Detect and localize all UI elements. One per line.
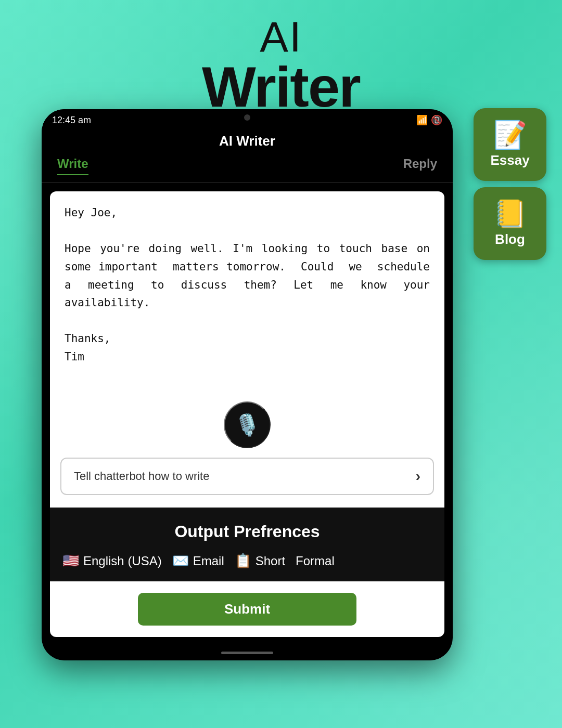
chatterbot-section: Tell chatterbot how to write › — [50, 458, 444, 508]
feature-buttons: 📝 Essay 📒 Blog — [474, 108, 546, 260]
signal-icon: 📵 — [431, 114, 442, 126]
chatterbot-input[interactable]: Tell chatterbot how to write › — [60, 458, 434, 495]
chatterbot-arrow-icon: › — [416, 468, 420, 485]
pref-type[interactable]: ✉️ Email — [172, 553, 224, 569]
tab-reply[interactable]: Reply — [403, 157, 437, 175]
blog-label: Blog — [495, 231, 525, 248]
essay-icon: 📝 — [493, 121, 527, 148]
tab-write[interactable]: Write — [57, 157, 88, 175]
length-label: Short — [256, 554, 285, 568]
language-icon: 🇺🇸 — [62, 553, 79, 569]
app-header-title: AI Writer — [219, 133, 275, 149]
submit-section: Submit — [50, 581, 444, 637]
tone-label: Formal — [296, 554, 335, 568]
pref-length[interactable]: 📋 Short — [235, 553, 285, 569]
length-icon: 📋 — [235, 553, 251, 569]
app-title-writer: Writer — [0, 58, 562, 115]
output-title: Output Prefrences — [62, 522, 432, 541]
prefs-row: 🇺🇸 English (USA) ✉️ Email 📋 Short Formal — [62, 553, 432, 569]
chatterbot-placeholder: Tell chatterbot how to write — [74, 470, 209, 483]
tablet-frame: 12:45 am 📶 📵 AI Writer Write Reply Hey J… — [42, 109, 453, 660]
blog-button[interactable]: 📒 Blog — [474, 187, 546, 260]
output-preferences: Output Prefrences 🇺🇸 English (USA) ✉️ Em… — [50, 508, 444, 581]
home-indicator — [221, 652, 273, 654]
pref-language[interactable]: 🇺🇸 English (USA) — [62, 553, 162, 569]
app-title-ai: AI — [0, 16, 562, 58]
mic-button[interactable]: 🎙️ — [224, 401, 271, 448]
tablet-screen: 12:45 am 📶 📵 AI Writer Write Reply Hey J… — [42, 109, 453, 660]
email-text: Hey Joe, Hope you're doing well. I'm loo… — [65, 204, 430, 366]
app-header: AI Writer — [42, 129, 453, 157]
email-type-icon: ✉️ — [172, 553, 189, 569]
essay-label: Essay — [490, 152, 529, 168]
title-area: AI Writer — [0, 16, 562, 115]
email-type-label: Email — [193, 554, 224, 568]
blog-icon: 📒 — [493, 200, 527, 227]
essay-button[interactable]: 📝 Essay — [474, 108, 546, 181]
status-time: 12:45 am — [52, 115, 91, 126]
tab-bar: Write Reply — [42, 157, 453, 183]
status-icons: 📶 📵 — [416, 114, 442, 126]
submit-button[interactable]: Submit — [138, 593, 356, 626]
email-content-area: Hey Joe, Hope you're doing well. I'm loo… — [50, 191, 444, 389]
wifi-icon: 📶 — [416, 114, 428, 126]
microphone-icon: 🎙️ — [234, 413, 260, 437]
mic-section: 🎙️ — [50, 389, 444, 458]
pref-tone[interactable]: Formal — [296, 554, 335, 568]
language-label: English (USA) — [83, 554, 162, 568]
